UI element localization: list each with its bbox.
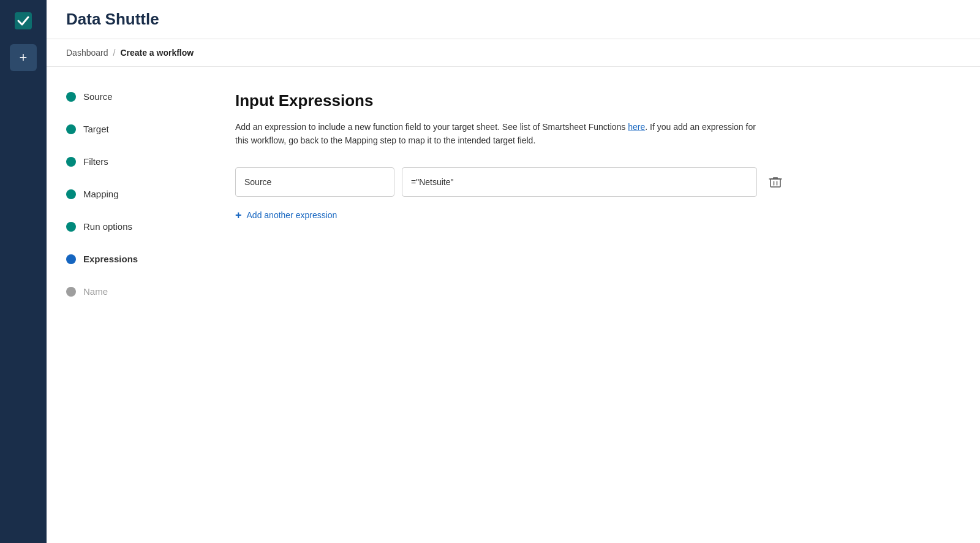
breadcrumb-current: Create a workflow	[120, 48, 194, 58]
step-label-name: Name	[83, 286, 108, 297]
step-target[interactable]: Target	[66, 124, 186, 134]
main-panel: Input Expressions Add an expression to i…	[206, 67, 980, 543]
main-content: Data Shuttle Dashboard / Create a workfl…	[47, 0, 980, 543]
app-logo	[10, 7, 37, 34]
panel-title: Input Expressions	[235, 91, 951, 110]
svg-rect-0	[15, 12, 32, 29]
add-expression-button[interactable]: + Add another expression	[235, 209, 337, 222]
expression-formula-input[interactable]	[402, 167, 757, 197]
step-expressions[interactable]: Expressions	[66, 254, 186, 264]
step-dot-target	[66, 124, 76, 134]
step-source[interactable]: Source	[66, 91, 186, 102]
step-dot-expressions	[66, 254, 76, 264]
content-area: Source Target Filters Mapping Run option…	[47, 67, 980, 543]
breadcrumb: Dashboard / Create a workflow	[47, 39, 980, 67]
add-expression-label: Add another expression	[247, 210, 337, 220]
step-label-mapping: Mapping	[83, 189, 119, 199]
expression-source-input[interactable]	[235, 167, 394, 197]
trash-icon	[769, 175, 782, 189]
step-label-run-options: Run options	[83, 221, 132, 232]
step-label-target: Target	[83, 124, 109, 134]
breadcrumb-dashboard[interactable]: Dashboard	[66, 48, 108, 58]
step-label-filters: Filters	[83, 156, 108, 167]
step-dot-source	[66, 92, 76, 102]
step-mapping[interactable]: Mapping	[66, 189, 186, 199]
step-dot-name	[66, 287, 76, 297]
panel-description: Add an expression to include a new funct…	[235, 120, 762, 148]
step-label-source: Source	[83, 91, 113, 102]
plus-icon: +	[235, 209, 242, 222]
step-dot-filters	[66, 157, 76, 167]
header: Data Shuttle	[47, 0, 980, 39]
steps-panel: Source Target Filters Mapping Run option…	[47, 67, 206, 543]
step-dot-mapping	[66, 189, 76, 199]
step-label-expressions: Expressions	[83, 254, 138, 264]
step-name[interactable]: Name	[66, 286, 186, 297]
add-button[interactable]: +	[10, 44, 37, 71]
step-run-options[interactable]: Run options	[66, 221, 186, 232]
svg-rect-1	[771, 179, 780, 187]
breadcrumb-separator: /	[113, 48, 116, 58]
description-part1: Add an expression to include a new funct…	[235, 122, 628, 132]
description-link[interactable]: here	[628, 122, 645, 132]
expression-row	[235, 167, 951, 197]
delete-expression-button[interactable]	[764, 171, 786, 193]
step-dot-run-options	[66, 222, 76, 232]
step-filters[interactable]: Filters	[66, 156, 186, 167]
app-title: Data Shuttle	[66, 10, 159, 29]
sidebar: +	[0, 0, 47, 543]
